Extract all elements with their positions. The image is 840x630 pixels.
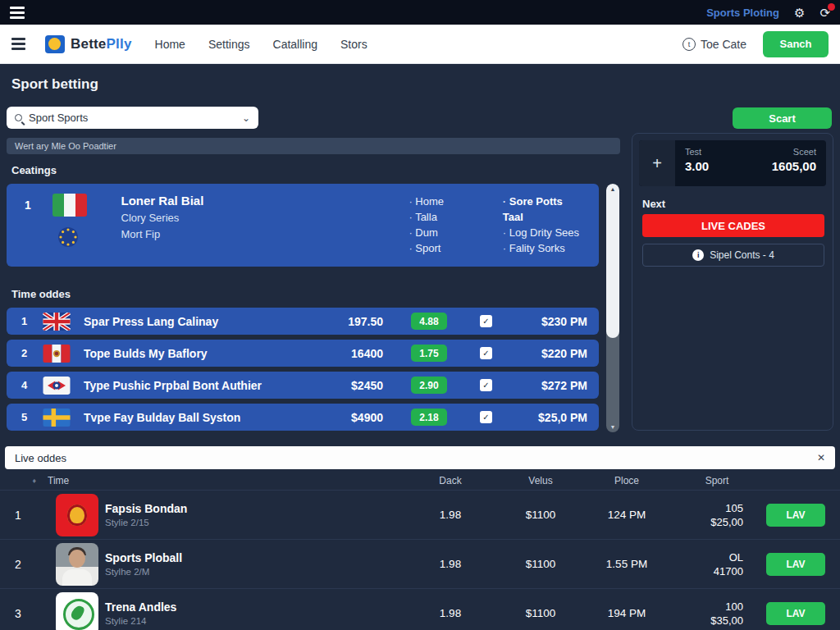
sport-search-select[interactable]: Sport Sports ⌄ bbox=[7, 107, 258, 129]
odds-badge[interactable]: 2.90 bbox=[411, 377, 447, 394]
sport-line2: 41700 bbox=[668, 564, 743, 578]
list-item[interactable]: Sore Potts Taal bbox=[503, 194, 586, 225]
settings-gear-icon[interactable]: ⚙ bbox=[794, 7, 805, 19]
match-name: Type Pushic Prpbal Bont Authier bbox=[84, 379, 317, 392]
team-crest-logo bbox=[56, 494, 98, 536]
dack-value: 1.98 bbox=[405, 558, 495, 570]
player-photo bbox=[56, 543, 98, 586]
col-dack[interactable]: Dack bbox=[405, 475, 495, 486]
add-bet-button[interactable]: + bbox=[639, 140, 675, 186]
nav-link-catalling[interactable]: Catalling bbox=[273, 38, 317, 51]
odds-badge[interactable]: 1.75 bbox=[411, 345, 447, 362]
row-number: 5 bbox=[15, 411, 43, 423]
player-subtitle: Stylie 214 bbox=[105, 616, 405, 626]
notice-text: Wert ary Mle Oo Poadtier bbox=[15, 141, 116, 151]
close-icon[interactable]: ✕ bbox=[817, 452, 825, 463]
info-icon: i bbox=[692, 249, 704, 261]
ploce-value: 194 PM bbox=[586, 607, 668, 619]
betslip-header: + Test 3.00 Sceet 1605,00 bbox=[639, 140, 826, 186]
live-cades-button[interactable]: LIVE CADES bbox=[642, 214, 824, 237]
nav-link-home[interactable]: Home bbox=[155, 38, 185, 51]
match-time: $25,0 PM bbox=[515, 411, 587, 424]
row-checkbox[interactable]: ✓ bbox=[480, 379, 492, 391]
time-oddes-list: 1 Spar Press Lang Calinay 197.50 4.88 ✓ … bbox=[7, 308, 599, 431]
list-item[interactable]: Log Drity Sees bbox=[503, 225, 586, 240]
topbar-title[interactable]: Sports Ploting bbox=[706, 7, 779, 19]
live-oddes-table: 1 Fapsis Bondan Stylie 2/15 1.98 $1100 1… bbox=[0, 490, 840, 630]
sanch-button[interactable]: Sanch bbox=[763, 31, 829, 57]
scart-button[interactable]: Scart bbox=[733, 107, 832, 129]
list-item[interactable]: Dum bbox=[409, 225, 502, 240]
match-value: $4900 bbox=[317, 411, 383, 424]
time-oddes-row[interactable]: 4 Type Pushic Prpbal Bont Authier $2450 … bbox=[7, 372, 599, 399]
match-name: Tope Bulds My Baflory bbox=[84, 347, 317, 360]
lav-button[interactable]: LAV bbox=[766, 553, 825, 576]
match-name: Spar Press Lang Calinay bbox=[84, 315, 317, 328]
lav-button[interactable]: LAV bbox=[766, 602, 825, 625]
search-value: Sport Sports bbox=[29, 112, 88, 124]
brand-name-blue: Plly bbox=[107, 36, 132, 52]
search-icon bbox=[15, 114, 22, 121]
list-item[interactable]: Fality Sorks bbox=[503, 240, 586, 256]
row-checkbox[interactable]: ✓ bbox=[480, 411, 492, 423]
sceet-value: 1605,00 bbox=[772, 159, 816, 173]
scroll-up-icon[interactable]: ▲ bbox=[606, 186, 619, 192]
odds-badge[interactable]: 4.88 bbox=[411, 313, 447, 330]
match-time: $272 PM bbox=[515, 379, 587, 392]
nav-menu-icon[interactable] bbox=[11, 38, 25, 50]
menu-icon[interactable] bbox=[10, 7, 25, 19]
account-menu[interactable]: t Toe Cate bbox=[682, 38, 746, 51]
peru-flag-icon bbox=[43, 345, 71, 363]
ploce-value: 124 PM bbox=[586, 509, 668, 521]
velus-value: $1100 bbox=[495, 558, 586, 570]
time-oddes-row[interactable]: 5 Tvpe Fay Bulday Ball Syston $4900 2.18… bbox=[7, 404, 599, 431]
nav-link-settings[interactable]: Settings bbox=[208, 38, 250, 51]
nav-link-stors[interactable]: Stors bbox=[340, 38, 368, 51]
notification-badge bbox=[828, 3, 835, 11]
brand-name-dark: Bette bbox=[71, 36, 107, 52]
brand-logo[interactable]: BettePlly bbox=[45, 35, 132, 53]
table-row[interactable]: 2 Sports Ploball Stylhe 2/M 1.98 $1100 1… bbox=[0, 539, 840, 588]
eu-emblem-icon bbox=[57, 226, 79, 248]
notice-bar: Wert ary Mle Oo Poadtier bbox=[7, 138, 620, 154]
sweden-flag-icon bbox=[43, 409, 71, 427]
player-subtitle: Stylie 2/15 bbox=[105, 518, 405, 527]
ceatings-line2: Clory Series bbox=[121, 212, 303, 224]
scrollbar-thumb[interactable] bbox=[606, 184, 619, 338]
player-name: Trena Andles bbox=[105, 600, 405, 614]
row-number: 2 bbox=[0, 558, 36, 571]
ceatings-card[interactable]: 1 Loner Ral Bial Clory Series Mort Fip H… bbox=[7, 184, 599, 267]
ceatings-list-2: Sore Potts Taal Log Drity Sees Fality So… bbox=[503, 194, 586, 257]
diamond-icon: ♦ bbox=[0, 477, 36, 485]
live-table-header: ♦ Time Dack Velus Ploce Sport bbox=[0, 472, 840, 490]
table-row[interactable]: 3 Trena Andles Stylie 214 1.98 $1100 194… bbox=[0, 588, 840, 630]
list-item[interactable]: Sport bbox=[409, 240, 502, 256]
player-subtitle: Stylhe 2/M bbox=[105, 567, 405, 577]
list-item[interactable]: Home bbox=[409, 194, 502, 209]
col-time[interactable]: Time bbox=[36, 475, 405, 486]
col-ploce[interactable]: Ploce bbox=[586, 475, 668, 486]
time-oddes-row[interactable]: 1 Spar Press Lang Calinay 197.50 4.88 ✓ … bbox=[7, 308, 599, 335]
reload-icon[interactable]: ⟳ bbox=[819, 7, 830, 19]
row-checkbox[interactable]: ✓ bbox=[480, 347, 492, 359]
row-number: 2 bbox=[15, 347, 43, 359]
col-sport[interactable]: Sport bbox=[668, 475, 766, 486]
vertical-scrollbar[interactable]: ▲ ▼ bbox=[606, 184, 619, 432]
lav-button[interactable]: LAV bbox=[766, 504, 825, 527]
team-green-logo bbox=[56, 592, 98, 630]
emblem-flag-icon bbox=[43, 377, 71, 395]
sipel-conts-button[interactable]: i Sipel Conts - 4 bbox=[642, 244, 824, 267]
nav-links: Home Settings Catalling Stors bbox=[155, 38, 368, 51]
scroll-down-icon[interactable]: ▼ bbox=[606, 424, 619, 430]
col-velus[interactable]: Velus bbox=[495, 475, 586, 486]
ploce-value: 1.55 PM bbox=[586, 558, 668, 570]
player-name: Fapsis Bondan bbox=[105, 502, 405, 515]
dack-value: 1.98 bbox=[405, 607, 495, 619]
next-label: Next bbox=[642, 198, 665, 210]
time-oddes-row[interactable]: 2 Tope Bulds My Baflory 16400 1.75 ✓ $22… bbox=[7, 340, 599, 367]
table-row[interactable]: 1 Fapsis Bondan Stylie 2/15 1.98 $1100 1… bbox=[0, 490, 840, 539]
odds-badge[interactable]: 2.18 bbox=[411, 409, 447, 426]
row-checkbox[interactable]: ✓ bbox=[480, 315, 492, 327]
list-item[interactable]: Talla bbox=[409, 209, 502, 225]
betslip-panel: + Test 3.00 Sceet 1605,00 Next LIVE CADE… bbox=[632, 133, 833, 431]
